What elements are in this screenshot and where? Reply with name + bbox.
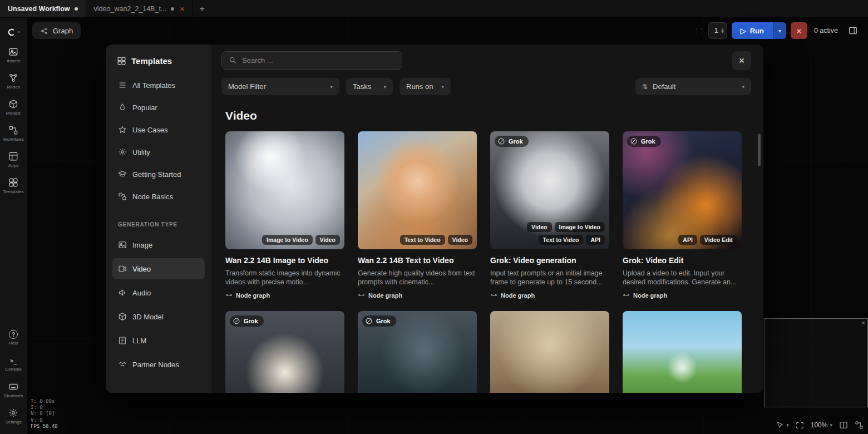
tab-unsaved-workflow[interactable]: Unsaved Workflow bbox=[0, 0, 86, 17]
nav-item-use-cases[interactable]: Use Cases bbox=[112, 119, 205, 140]
run-options-button[interactable]: ▾ bbox=[773, 22, 786, 39]
node-graph-icon bbox=[358, 292, 365, 299]
task-badge: Video bbox=[527, 222, 551, 232]
card-thumbnail: Image to Video Video bbox=[225, 131, 344, 249]
templates-icon bbox=[8, 177, 18, 188]
card-thumbnail: Grok Video Image to Video Text to Video … bbox=[490, 131, 609, 249]
nav-item-partner-nodes[interactable]: Partner Nodes bbox=[112, 354, 205, 375]
scrollbar-thumb[interactable] bbox=[758, 134, 761, 166]
search-box bbox=[221, 51, 402, 70]
graph-button[interactable]: Graph bbox=[32, 22, 81, 39]
run-button[interactable]: ▷ Run bbox=[732, 22, 773, 39]
nav-item-video[interactable]: Video bbox=[112, 258, 205, 279]
new-tab-button[interactable]: + bbox=[193, 0, 211, 17]
sidebar-item-console[interactable]: >_ Console bbox=[1, 352, 26, 376]
sidebar-item-nodes[interactable]: Nodes bbox=[1, 70, 26, 93]
templates-dialog-nav: Templates All Templates Popular Use Case… bbox=[106, 45, 211, 393]
sidebar-item-templates[interactable]: Templates bbox=[1, 174, 26, 198]
template-card-wan-image-to-video[interactable]: Image to Video Video Wan 2.2 14B Image t… bbox=[225, 131, 344, 299]
panel-toggle-icon bbox=[848, 26, 858, 36]
nav-item-getting-started[interactable]: Getting Started bbox=[112, 164, 205, 185]
sidebar-item-apps[interactable]: Apps bbox=[1, 148, 26, 171]
batch-count-stepper[interactable]: 1 ▴ ▾ bbox=[708, 22, 727, 39]
dialog-title: Templates bbox=[131, 56, 172, 66]
models-icon bbox=[8, 99, 18, 109]
run-button-group: ▷ Run ▾ bbox=[732, 22, 786, 39]
app-logo-menu[interactable]: ▾ bbox=[0, 21, 27, 43]
nav-item-llm[interactable]: LLM bbox=[112, 330, 205, 351]
nav-item-image[interactable]: Image bbox=[112, 234, 205, 255]
search-input[interactable] bbox=[242, 56, 395, 65]
grok-badge: Grok bbox=[362, 315, 396, 327]
interrupt-button[interactable]: × bbox=[791, 22, 807, 39]
template-card-partial[interactable] bbox=[623, 311, 742, 393]
template-card-grok-video-edit[interactable]: Grok API Video Edit Grok: Video Edit Upl… bbox=[623, 131, 742, 299]
nav-item-audio[interactable]: Audio bbox=[112, 282, 205, 303]
nav-item-3d-model[interactable]: 3D Model bbox=[112, 306, 205, 327]
comfy-logo-icon bbox=[7, 27, 17, 37]
node-graph-tag: Node graph bbox=[225, 292, 344, 299]
apps-icon bbox=[8, 151, 18, 161]
fps-counter: FPS 58.48 bbox=[31, 423, 58, 430]
tab-video-workflow[interactable]: video_wan2_2_14B_t... × bbox=[86, 0, 193, 17]
panel-toggle-button[interactable] bbox=[845, 22, 861, 39]
node-graph-tag: Node graph bbox=[358, 292, 477, 299]
minimap-panel[interactable]: × bbox=[764, 318, 868, 407]
close-icon: × bbox=[797, 26, 802, 36]
minimap-close-icon[interactable]: × bbox=[862, 319, 865, 326]
close-dialog-button[interactable]: × bbox=[732, 51, 751, 70]
tasks-dropdown[interactable]: Tasks ▾ bbox=[346, 78, 393, 95]
badge-group: Text to Video Video bbox=[400, 235, 472, 245]
template-card-partial[interactable]: Grok bbox=[225, 311, 344, 393]
stepper-arrows: ▴ ▾ bbox=[722, 28, 724, 33]
sort-dropdown[interactable]: ⇅ Default ▾ bbox=[635, 78, 751, 95]
columns-icon bbox=[839, 421, 848, 430]
template-card-partial[interactable]: Grok bbox=[358, 311, 477, 393]
active-jobs-label: 0 active bbox=[812, 27, 840, 34]
close-tab-icon[interactable]: × bbox=[180, 5, 184, 13]
video-icon bbox=[118, 264, 127, 273]
drag-handle[interactable]: ⋮⋮ bbox=[694, 27, 704, 34]
sidebar-item-workflows[interactable]: Workflows bbox=[1, 122, 26, 145]
graph-icon bbox=[40, 27, 48, 35]
nav-item-utility[interactable]: Utility bbox=[112, 141, 205, 162]
run-button-label: Run bbox=[750, 27, 764, 35]
layout-columns-button[interactable] bbox=[839, 421, 848, 430]
minimap-icon bbox=[855, 421, 864, 430]
fit-view-button[interactable] bbox=[796, 421, 804, 430]
card-thumbnail: Grok bbox=[358, 311, 477, 393]
nav-item-all-templates[interactable]: All Templates bbox=[112, 75, 205, 96]
debug-stats: T: 0.00s I: 0 N: 0 [0] V: 0 FPS 58.48 bbox=[31, 398, 58, 430]
chevron-down-icon: ▾ bbox=[778, 28, 781, 34]
task-badge: Image to Video bbox=[555, 222, 605, 232]
grok-logo-icon bbox=[233, 317, 240, 325]
graph-button-label: Graph bbox=[53, 27, 73, 35]
filter-row: Model Filter ▾ Tasks ▾ Runs on ▾ bbox=[221, 78, 451, 95]
node-graph-icon bbox=[623, 292, 630, 299]
runs-on-dropdown[interactable]: Runs on ▾ bbox=[400, 78, 451, 95]
zoom-level-button[interactable]: 100% ▾ bbox=[811, 421, 832, 429]
play-icon: ▷ bbox=[741, 27, 746, 35]
batch-count-value: 1 bbox=[714, 27, 718, 34]
node-basics-icon bbox=[118, 192, 127, 201]
sidebar-item-models[interactable]: Models bbox=[1, 96, 26, 119]
nav-item-popular[interactable]: Popular bbox=[112, 97, 205, 118]
sidebar-item-shortcuts[interactable]: Shortcuts bbox=[1, 378, 26, 402]
debug-line: T: 0.00s bbox=[31, 398, 58, 405]
sidebar-item-assets[interactable]: Assets bbox=[1, 43, 26, 67]
card-thumbnail: Text to Video Video bbox=[358, 131, 477, 249]
chevron-down-icon: ▾ bbox=[330, 84, 333, 90]
sort-icon: ⇅ bbox=[642, 83, 648, 91]
sidebar-item-settings[interactable]: Settings bbox=[1, 405, 26, 428]
graduation-cap-icon bbox=[118, 170, 127, 179]
template-card-partial[interactable] bbox=[490, 311, 609, 393]
pointer-tool-button[interactable]: ▾ bbox=[776, 421, 789, 430]
template-card-wan-text-to-video[interactable]: Text to Video Video Wan 2.2 14B Text to … bbox=[358, 131, 477, 299]
template-card-grok-video-generation[interactable]: Grok Video Image to Video Text to Video … bbox=[490, 131, 609, 299]
cursor-icon bbox=[776, 421, 784, 430]
minimap-toggle-button[interactable] bbox=[855, 421, 864, 430]
model-filter-dropdown[interactable]: Model Filter ▾ bbox=[221, 78, 339, 95]
chevron-down-icon: ▾ bbox=[18, 30, 20, 34]
sidebar-item-help[interactable]: ? Help bbox=[1, 326, 26, 349]
nav-item-node-basics[interactable]: Node Basics bbox=[112, 186, 205, 207]
